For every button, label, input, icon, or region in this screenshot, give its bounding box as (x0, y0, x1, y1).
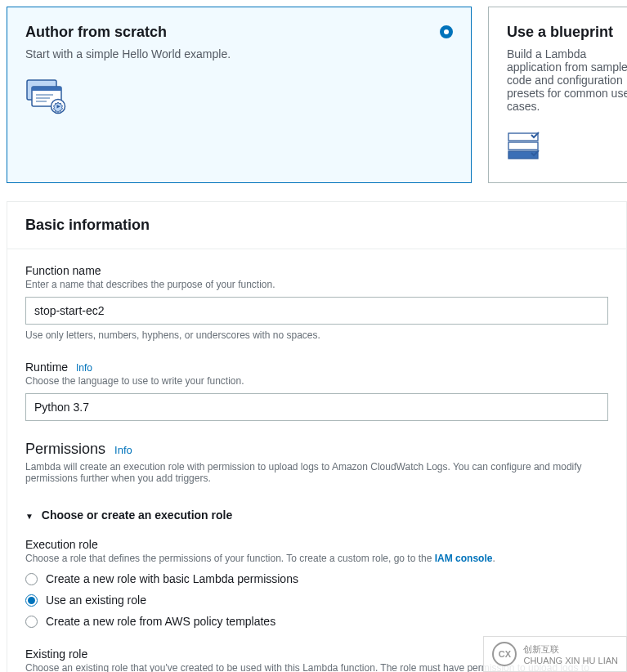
watermark-text-bottom: CHUANG XIN HU LIAN (523, 656, 618, 665)
panel-title: Basic information (25, 217, 608, 234)
card-desc: Build a Lambda application from sample c… (507, 47, 627, 113)
function-name-constraint: Use only letters, numbers, hyphens, or u… (25, 329, 608, 341)
runtime-hint: Choose the language to use to write your… (25, 375, 608, 387)
radio-use-existing-role[interactable]: Use an existing role (25, 594, 608, 607)
function-name-input[interactable] (25, 297, 608, 325)
code-gear-icon (25, 78, 453, 117)
radio-create-from-templates[interactable]: Create a new role from AWS policy templa… (25, 615, 608, 628)
watermark-logo-icon: CX (492, 642, 517, 666)
basic-information-panel: Basic information Function name Enter a … (7, 201, 627, 672)
radio-create-new-role[interactable]: Create a new role with basic Lambda perm… (25, 572, 608, 585)
runtime-value: Python 3.7 (34, 401, 89, 414)
permissions-desc: Lambda will create an execution role wit… (25, 461, 608, 484)
radio-icon-selected (25, 594, 38, 607)
card-radio-indicator (440, 25, 453, 38)
function-name-label: Function name (25, 264, 608, 277)
permissions-title: Permissions Info (25, 441, 608, 458)
svg-rect-2 (32, 87, 61, 91)
execution-role-expander[interactable]: ▼ Choose or create an execution role (25, 508, 608, 522)
checklist-icon (507, 131, 627, 166)
execution-role-hint: Choose a role that defines the permissio… (25, 553, 608, 564)
card-desc: Start with a simple Hello World example. (25, 47, 453, 60)
function-name-hint: Enter a name that describes the purpose … (25, 279, 608, 290)
runtime-label: Runtime Info (25, 361, 608, 374)
watermark-text-top: 创新互联 (523, 643, 618, 656)
radio-icon (25, 616, 38, 628)
runtime-select[interactable]: Python 3.7 (25, 393, 608, 421)
runtime-info-link[interactable]: Info (76, 362, 92, 374)
watermark: CX 创新互联 CHUANG XIN HU LIAN (483, 636, 627, 672)
card-title: Author from scratch (25, 24, 453, 41)
svg-rect-9 (508, 142, 538, 150)
card-title: Use a blueprint (507, 24, 627, 41)
radio-icon (25, 573, 38, 585)
card-use-blueprint[interactable]: Use a blueprint Build a Lambda applicati… (488, 7, 627, 183)
caret-down-icon: ▼ (25, 512, 34, 521)
card-author-from-scratch[interactable]: Author from scratch Start with a simple … (7, 7, 472, 183)
permissions-info-link[interactable]: Info (114, 444, 132, 456)
iam-console-link[interactable]: IAM console (435, 553, 493, 564)
execution-role-label: Execution role (25, 538, 608, 551)
